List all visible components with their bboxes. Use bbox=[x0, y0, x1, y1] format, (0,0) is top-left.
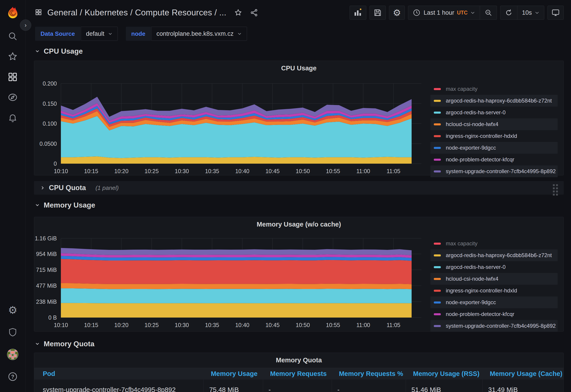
legend-swatch bbox=[434, 254, 441, 256]
svg-text:0.100: 0.100 bbox=[43, 120, 57, 127]
breadcrumb[interactable]: General / Kubernetes / Compute Resources… bbox=[47, 8, 226, 17]
svg-text:10:35: 10:35 bbox=[205, 322, 219, 328]
legend-swatch bbox=[434, 88, 441, 90]
svg-text:477 MiB: 477 MiB bbox=[36, 282, 57, 289]
admin-shield-icon[interactable] bbox=[4, 326, 21, 339]
legend-item[interactable]: hcloud-csi-node-lwfx4 bbox=[430, 118, 558, 130]
legend-item[interactable]: hcloud-csi-node-lwfx4 bbox=[430, 273, 558, 285]
svg-text:0.150: 0.150 bbox=[43, 100, 57, 107]
star-icon[interactable] bbox=[234, 9, 242, 17]
chevron-down-icon bbox=[535, 10, 540, 15]
dashboard-settings-button[interactable]: ⚙ bbox=[389, 6, 405, 20]
datasource-variable: Data Source default bbox=[35, 27, 118, 41]
refresh-group: 10s bbox=[500, 6, 544, 20]
svg-text:?: ? bbox=[11, 374, 14, 380]
svg-text:0 B: 0 B bbox=[48, 314, 57, 321]
dashboard-toolbar: ⚙ Last 1 hour UTC bbox=[350, 6, 564, 20]
node-label[interactable]: node bbox=[126, 27, 151, 41]
settings-gear-icon[interactable]: ⚙ bbox=[4, 304, 21, 316]
svg-text:10:40: 10:40 bbox=[235, 322, 249, 328]
save-dashboard-button[interactable] bbox=[370, 6, 386, 20]
starred-icon[interactable] bbox=[4, 50, 21, 63]
memory-usage-panel: Memory Usage (w/o cache) 0 B238 MiB477 M… bbox=[34, 217, 564, 332]
table-cell: system-upgrade-controller-7cfb4c4995-8p8… bbox=[34, 379, 203, 392]
svg-text:10:30: 10:30 bbox=[175, 168, 189, 174]
zoom-out-button[interactable] bbox=[480, 6, 497, 19]
legend-item[interactable]: node-problem-detector-kfcqr bbox=[430, 308, 558, 320]
legend-item[interactable]: node-exporter-9dgcc bbox=[430, 142, 558, 154]
alerting-bell-icon[interactable] bbox=[4, 111, 21, 124]
svg-text:954 MiB: 954 MiB bbox=[36, 251, 57, 257]
panel-title[interactable]: Memory Quota bbox=[34, 356, 564, 364]
node-value-dropdown[interactable]: controlplane.bee.k8s.vxm.cz bbox=[151, 27, 247, 41]
grafana-dashboard: › ⚙ bbox=[0, 0, 571, 392]
legend-item[interactable]: argocd-redis-ha-server-0 bbox=[430, 107, 558, 118]
chevron-down-icon bbox=[237, 31, 242, 36]
column-header[interactable]: Memory Requests % bbox=[332, 368, 406, 379]
explore-compass-icon[interactable] bbox=[4, 91, 21, 104]
refresh-button[interactable] bbox=[500, 6, 517, 19]
legend-swatch bbox=[434, 170, 441, 172]
time-range-label: Last 1 hour bbox=[424, 9, 454, 16]
legend-label: argocd-redis-ha-server-0 bbox=[446, 264, 506, 270]
legend-item[interactable]: max capacity bbox=[430, 83, 558, 95]
legend-label: argocd-redis-ha-haproxy-6cdbb584b6-z72nt bbox=[446, 252, 552, 258]
legend-swatch bbox=[434, 290, 441, 292]
svg-text:10:10: 10:10 bbox=[54, 168, 68, 174]
refresh-interval-picker[interactable]: 10s bbox=[517, 6, 544, 19]
column-header[interactable]: Pod bbox=[34, 368, 203, 379]
legend-label: node-problem-detector-kfcqr bbox=[446, 156, 514, 163]
table-cell: 75.48 MiB bbox=[203, 379, 263, 392]
legend-swatch bbox=[434, 135, 441, 137]
legend-item[interactable]: node-exporter-9dgcc bbox=[430, 296, 558, 308]
svg-text:10:55: 10:55 bbox=[326, 168, 340, 174]
share-icon[interactable] bbox=[250, 9, 258, 17]
sidebar-item-dashboards[interactable] bbox=[4, 71, 21, 83]
time-range-picker[interactable]: Last 1 hour UTC bbox=[408, 6, 480, 19]
column-header[interactable]: Memory Requests bbox=[263, 368, 332, 379]
legend-swatch bbox=[434, 243, 441, 245]
main-content: General / Kubernetes / Compute Resources… bbox=[26, 0, 571, 392]
legend-item[interactable]: system-upgrade-controller-7cfb4c4995-8p8… bbox=[430, 320, 558, 332]
grafana-logo[interactable] bbox=[6, 6, 19, 19]
search-icon[interactable] bbox=[4, 30, 21, 42]
chevron-down-icon bbox=[35, 48, 40, 54]
section-memory-usage[interactable]: Memory Usage bbox=[35, 200, 571, 210]
legend-item[interactable]: ingress-nginx-controller-hdxld bbox=[430, 285, 558, 296]
section-cpu-usage[interactable]: CPU Usage bbox=[35, 46, 571, 56]
help-icon[interactable]: ? bbox=[4, 370, 21, 383]
legend-item[interactable]: max capacity bbox=[430, 238, 558, 249]
drag-handle[interactable] bbox=[553, 184, 558, 196]
legend-swatch bbox=[434, 112, 441, 114]
svg-text:0.200: 0.200 bbox=[43, 80, 57, 87]
clock-icon bbox=[413, 9, 420, 16]
legend-item[interactable]: ingress-nginx-controller-hdxld bbox=[430, 130, 558, 142]
svg-text:1.16 GiB: 1.16 GiB bbox=[35, 235, 57, 241]
svg-text:11:00: 11:00 bbox=[356, 168, 370, 174]
legend-swatch bbox=[434, 313, 441, 315]
column-header[interactable]: Memory Usage (RSS) bbox=[406, 368, 483, 379]
legend-label: node-exporter-9dgcc bbox=[446, 299, 496, 306]
sidebar-expand-button[interactable]: › bbox=[20, 19, 31, 31]
add-panel-button[interactable] bbox=[350, 6, 366, 20]
legend-item[interactable]: argocd-redis-ha-haproxy-6cdbb584b6-z72nt bbox=[430, 249, 558, 261]
datasource-value-dropdown[interactable]: default bbox=[81, 27, 118, 41]
user-avatar[interactable] bbox=[4, 348, 21, 361]
legend-item[interactable]: argocd-redis-ha-server-0 bbox=[430, 261, 558, 273]
section-cpu-quota[interactable]: CPU Quota (1 panel) bbox=[34, 181, 564, 195]
section-memory-quota[interactable]: Memory Quota bbox=[35, 339, 571, 349]
cpu-usage-panel: CPU Usage 00.05000.1000.1500.20010:1010:… bbox=[34, 61, 564, 175]
column-header[interactable]: Memory Usage (Cache) bbox=[483, 368, 564, 379]
datasource-label[interactable]: Data Source bbox=[35, 27, 80, 41]
legend-item[interactable]: node-problem-detector-kfcqr bbox=[430, 154, 558, 166]
legend-item[interactable]: argocd-redis-ha-haproxy-6cdbb584b6-z72nt bbox=[430, 95, 558, 107]
svg-text:10:45: 10:45 bbox=[265, 168, 280, 174]
legend-label: ingress-nginx-controller-hdxld bbox=[446, 133, 517, 139]
chevron-down-icon bbox=[108, 31, 113, 36]
column-header[interactable]: Memory Usage bbox=[203, 368, 263, 379]
legend-swatch bbox=[434, 278, 441, 280]
svg-text:10:10: 10:10 bbox=[54, 322, 68, 328]
kiosk-mode-button[interactable] bbox=[547, 6, 564, 20]
chevron-right-icon bbox=[40, 185, 45, 191]
legend-item[interactable]: system-upgrade-controller-7cfb4c4995-8p8… bbox=[430, 166, 558, 177]
